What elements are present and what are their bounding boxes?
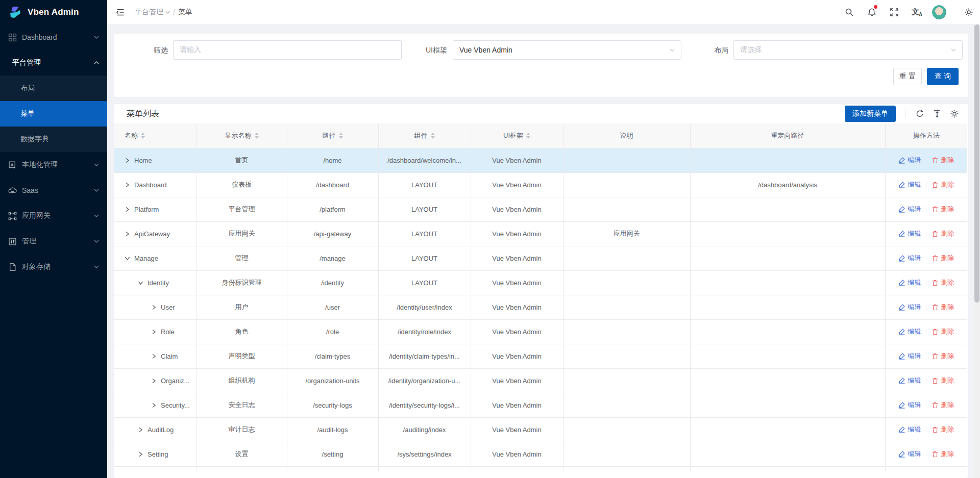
- table-row: Manage管理/manageLAYOUTVue Vben Admin编辑删除: [114, 246, 967, 270]
- expand-row-icon[interactable]: [151, 305, 157, 310]
- cell-component: /dashboard/welcome/in...: [378, 148, 471, 172]
- expand-row-icon[interactable]: [151, 378, 157, 384]
- sidebar-item-storage[interactable]: 对象存储: [0, 254, 107, 280]
- edit-button[interactable]: 编辑: [898, 376, 921, 385]
- scrollbar-thumb[interactable]: [974, 24, 979, 303]
- collapse-row-icon[interactable]: [125, 256, 130, 261]
- menu-name: Manage: [134, 255, 158, 262]
- expand-row-icon[interactable]: [125, 158, 130, 163]
- expand-row-icon[interactable]: [125, 231, 130, 237]
- sort-carets-icon[interactable]: [526, 133, 530, 139]
- reset-button[interactable]: 重 置: [893, 68, 922, 85]
- layout-select[interactable]: 请选择: [733, 40, 963, 60]
- edit-label: 编辑: [908, 180, 921, 189]
- notification-bell-icon[interactable]: [861, 0, 883, 24]
- delete-button[interactable]: 删除: [932, 425, 954, 434]
- expand-row-icon[interactable]: [138, 451, 143, 457]
- edit-button[interactable]: 编辑: [898, 351, 921, 361]
- sidebar-item-platform[interactable]: 平台管理: [0, 50, 107, 76]
- sidebar-item-data-dict[interactable]: 数据字典: [0, 127, 107, 152]
- edit-button[interactable]: 编辑: [898, 229, 921, 238]
- trash-icon: [932, 255, 939, 262]
- sidebar-item-manage[interactable]: 管理: [0, 229, 107, 254]
- dashboard-icon: [8, 33, 17, 42]
- sidebar-item-gateway[interactable]: 应用网关: [0, 203, 107, 229]
- sidebar-item-layout[interactable]: 布局: [0, 76, 107, 101]
- cell-actions: 编辑删除: [885, 417, 967, 442]
- app-logo[interactable]: Vben Admin: [0, 0, 107, 24]
- sidebar-item-dashboard[interactable]: Dashboard: [0, 24, 107, 50]
- trash-icon: [932, 206, 939, 213]
- delete-button[interactable]: 删除: [932, 303, 954, 312]
- edit-button[interactable]: 编辑: [898, 303, 921, 312]
- delete-button[interactable]: 删除: [932, 205, 954, 214]
- expand-row-icon[interactable]: [125, 207, 130, 212]
- edit-button[interactable]: 编辑: [898, 327, 921, 336]
- edit-label: 编辑: [908, 229, 921, 238]
- column-header-name[interactable]: 名称: [114, 123, 197, 148]
- row-height-icon[interactable]: [932, 109, 942, 119]
- edit-button[interactable]: 编辑: [898, 425, 921, 434]
- cell-component: LAYOUT: [378, 221, 471, 246]
- sidebar: Vben Admin Dashboard平台管理布局菜单数据字典本地化管理Saa…: [0, 0, 107, 478]
- delete-button[interactable]: 删除: [932, 400, 954, 410]
- delete-button[interactable]: 删除: [932, 327, 954, 336]
- page-scrollbar[interactable]: [974, 24, 980, 478]
- delete-button[interactable]: 删除: [932, 180, 954, 189]
- actions-divider: [926, 328, 926, 335]
- delete-button[interactable]: 删除: [932, 278, 954, 287]
- collapse-row-icon[interactable]: [138, 280, 143, 286]
- edit-button[interactable]: 编辑: [898, 254, 921, 263]
- expand-row-icon[interactable]: [151, 402, 157, 408]
- expand-row-icon[interactable]: [138, 427, 143, 433]
- column-label: 组件: [414, 131, 428, 140]
- edit-button[interactable]: 编辑: [898, 156, 921, 165]
- column-header-display-name[interactable]: 显示名称: [197, 123, 287, 148]
- cell-ui-framework: Vue Vben Admin: [471, 442, 563, 466]
- cell-actions: 编辑删除: [885, 172, 967, 197]
- breadcrumb-parent[interactable]: 平台管理: [135, 8, 170, 17]
- delete-button[interactable]: 删除: [932, 351, 954, 361]
- edit-button[interactable]: 编辑: [898, 400, 921, 410]
- column-header-ui-framework[interactable]: UI框架: [471, 123, 563, 148]
- delete-button[interactable]: 删除: [932, 376, 954, 385]
- menu-name: Security...: [161, 401, 190, 409]
- edit-button[interactable]: 编辑: [898, 449, 921, 459]
- expand-row-icon[interactable]: [125, 182, 130, 188]
- column-settings-gear-icon[interactable]: [949, 109, 960, 119]
- expand-row-icon[interactable]: [151, 354, 157, 359]
- sidebar-item-localization[interactable]: 本地化管理: [0, 152, 107, 178]
- sidebar-item-saas[interactable]: Saas: [0, 178, 107, 203]
- delete-button[interactable]: 删除: [932, 449, 954, 459]
- user-avatar[interactable]: [932, 5, 946, 19]
- sort-carets-icon[interactable]: [339, 133, 343, 139]
- settings-gear-icon[interactable]: [958, 0, 980, 24]
- menu-fold-icon[interactable]: [115, 7, 126, 17]
- add-menu-button[interactable]: 添加新菜单: [845, 106, 896, 122]
- sort-carets-icon[interactable]: [255, 133, 259, 139]
- delete-label: 删除: [941, 400, 954, 410]
- sort-carets-icon[interactable]: [431, 133, 435, 139]
- cell-redirect-path: [690, 148, 885, 172]
- ui-framework-select[interactable]: Vue Vben Admin: [453, 40, 681, 60]
- delete-button[interactable]: 删除: [932, 156, 954, 165]
- edit-button[interactable]: 编辑: [898, 205, 921, 214]
- expand-row-icon[interactable]: [151, 329, 157, 335]
- fullscreen-icon[interactable]: [883, 0, 905, 24]
- filter-field-label: 筛选: [114, 40, 168, 60]
- filter-input[interactable]: 请输入: [173, 40, 402, 60]
- sort-carets-icon[interactable]: [141, 133, 145, 139]
- translate-icon[interactable]: 文A: [905, 0, 928, 24]
- cell-display-name: 角色: [197, 319, 287, 344]
- sidebar-item-menu[interactable]: 菜单: [0, 101, 107, 127]
- cell-path: /organization-units: [287, 368, 378, 393]
- delete-button[interactable]: 删除: [932, 229, 954, 238]
- edit-button[interactable]: 编辑: [898, 278, 921, 287]
- column-header-path[interactable]: 路径: [287, 123, 378, 148]
- delete-button[interactable]: 删除: [932, 254, 954, 263]
- edit-button[interactable]: 编辑: [898, 180, 921, 189]
- refresh-icon[interactable]: [915, 109, 925, 119]
- search-icon[interactable]: [838, 0, 861, 24]
- column-header-component[interactable]: 组件: [378, 123, 471, 148]
- search-button[interactable]: 查 询: [927, 68, 959, 85]
